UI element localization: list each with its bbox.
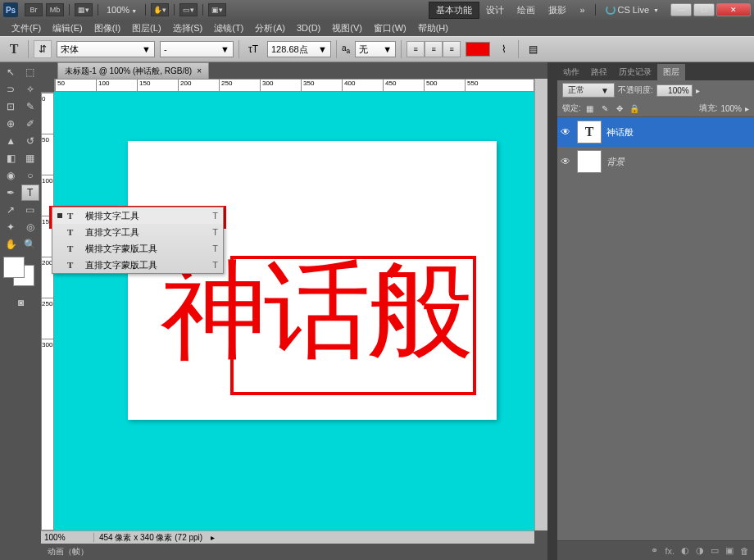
screen-mode-button[interactable]: ▣▾: [208, 3, 226, 16]
align-center-button[interactable]: ≡: [425, 41, 443, 57]
3d-tool[interactable]: ✦: [2, 219, 20, 235]
canvas[interactable]: 神话般: [54, 92, 534, 530]
fill-input[interactable]: 100%: [720, 104, 742, 113]
path-select-tool[interactable]: ↗: [2, 202, 20, 218]
layer-name[interactable]: 神话般: [606, 126, 634, 139]
quickmask-button[interactable]: ◙: [2, 290, 40, 315]
type-tool[interactable]: T: [21, 184, 40, 201]
tab-history[interactable]: 历史记录: [613, 64, 657, 80]
view-extras-button[interactable]: ▦▾: [75, 3, 93, 16]
crop-tool[interactable]: ⊡: [2, 98, 20, 115]
lock-paint-icon[interactable]: ✎: [599, 102, 611, 114]
tab-actions[interactable]: 动作: [557, 64, 585, 80]
history-brush-tool[interactable]: ↺: [21, 133, 40, 149]
mask-icon[interactable]: ◐: [681, 545, 689, 556]
link-layers-icon[interactable]: ⚭: [651, 545, 658, 556]
lasso-tool[interactable]: ⊃: [2, 81, 20, 98]
hand-button[interactable]: ✋▾: [151, 3, 169, 16]
layer-thumbnail[interactable]: T: [577, 121, 602, 143]
workspace-photography[interactable]: 摄影: [542, 2, 573, 18]
menu-window[interactable]: 窗口(W): [369, 20, 411, 36]
minimize-button[interactable]: —: [670, 3, 692, 16]
menu-file[interactable]: 文件(F): [7, 20, 46, 36]
minibridge-button[interactable]: Mb: [46, 3, 64, 16]
tab-layers[interactable]: 图层: [657, 64, 685, 80]
shape-tool[interactable]: ▭: [21, 202, 40, 218]
eyedropper-tool[interactable]: ✎: [21, 98, 40, 115]
group-icon[interactable]: ▭: [711, 545, 719, 556]
flyout-horizontal-mask[interactable]: T横排文字蒙版工具T: [52, 240, 223, 257]
menu-3d[interactable]: 3D(D): [292, 21, 325, 34]
document-tab[interactable]: 未标题-1 @ 100% (神话般, RGB/8)×: [57, 62, 209, 79]
antialias-select[interactable]: 无▼: [355, 41, 396, 57]
flyout-vertical-type[interactable]: T直排文字工具T: [52, 224, 223, 240]
status-zoom[interactable]: 100%: [41, 533, 94, 542]
color-swatches[interactable]: [2, 257, 40, 289]
text-orientation-button[interactable]: ⇵: [34, 40, 52, 58]
menu-edit[interactable]: 编辑(E): [48, 20, 88, 36]
workspace-design[interactable]: 设计: [479, 2, 511, 18]
font-family-select[interactable]: 宋体▼: [57, 41, 155, 57]
adjustment-icon[interactable]: ◑: [696, 545, 704, 556]
close-button[interactable]: ✕: [716, 3, 751, 16]
workspace-more[interactable]: »: [573, 3, 591, 16]
layer-name[interactable]: 背景: [606, 156, 625, 168]
flyout-vertical-mask[interactable]: T直排文字蒙版工具T: [52, 257, 223, 273]
visibility-icon[interactable]: 👁: [561, 126, 572, 138]
visibility-icon[interactable]: 👁: [561, 156, 572, 167]
stamp-tool[interactable]: ▲: [2, 133, 20, 149]
font-style-select[interactable]: -▼: [160, 41, 234, 57]
menu-help[interactable]: 帮助(H): [413, 20, 453, 36]
zoom-tool[interactable]: 🔍: [21, 236, 40, 253]
3d-camera-tool[interactable]: ◎: [21, 219, 40, 235]
wand-tool[interactable]: ✧: [21, 81, 40, 98]
dodge-tool[interactable]: ○: [21, 167, 40, 184]
arrange-button[interactable]: ▭▾: [179, 3, 198, 16]
fx-icon[interactable]: fx.: [665, 546, 675, 556]
cs-live-button[interactable]: CS Live▼: [606, 5, 659, 15]
vertical-scrollbar[interactable]: [534, 79, 547, 530]
font-size-select[interactable]: 128.68点▼: [267, 41, 331, 57]
menu-select[interactable]: 选择(S): [168, 20, 208, 36]
lock-all-icon[interactable]: 🔒: [629, 102, 640, 114]
character-panel-button[interactable]: ▤: [524, 40, 542, 58]
menu-analysis[interactable]: 分析(A): [250, 20, 290, 36]
lock-transparency-icon[interactable]: ▦: [584, 102, 596, 114]
hand-tool[interactable]: ✋: [2, 236, 20, 253]
new-layer-icon[interactable]: ▣: [725, 545, 734, 556]
close-tab-icon[interactable]: ×: [197, 66, 202, 75]
brush-tool[interactable]: ✐: [21, 116, 40, 132]
pen-tool[interactable]: ✒: [2, 184, 20, 201]
current-tool-icon[interactable]: T: [5, 40, 23, 58]
healing-tool[interactable]: ⊕: [2, 116, 20, 132]
workspace-essentials[interactable]: 基本功能: [429, 2, 479, 19]
opacity-input[interactable]: 100%: [656, 84, 693, 97]
blend-mode-select[interactable]: 正常▼: [562, 83, 615, 98]
foreground-color[interactable]: [3, 257, 25, 278]
panel-collapse-strip[interactable]: [547, 62, 557, 560]
marquee-tool[interactable]: ⬚: [21, 64, 40, 80]
menu-layer[interactable]: 图层(L): [127, 20, 166, 36]
tab-paths[interactable]: 路径: [585, 64, 613, 80]
align-right-button[interactable]: ≡: [443, 41, 461, 57]
bridge-button[interactable]: Br: [25, 3, 43, 16]
delete-layer-icon[interactable]: 🗑: [740, 546, 749, 556]
warp-text-button[interactable]: ⌇: [495, 40, 513, 58]
animation-panel-tab[interactable]: 动画（帧）: [41, 544, 534, 560]
blur-tool[interactable]: ◉: [2, 167, 20, 184]
eraser-tool[interactable]: ◧: [2, 150, 20, 166]
workspace-painting[interactable]: 绘画: [511, 2, 542, 18]
flyout-horizontal-type[interactable]: T横排文字工具T: [52, 207, 223, 224]
menu-filter[interactable]: 滤镜(T): [209, 20, 248, 36]
lock-position-icon[interactable]: ✥: [614, 102, 625, 114]
menu-view[interactable]: 视图(V): [327, 20, 367, 36]
text-color-swatch[interactable]: [466, 42, 490, 57]
layer-text[interactable]: 👁 T 神话般: [557, 117, 754, 147]
layer-thumbnail[interactable]: [577, 150, 602, 173]
menu-image[interactable]: 图像(I): [89, 20, 125, 36]
layer-background[interactable]: 👁 背景: [557, 147, 754, 176]
move-tool[interactable]: ↖: [2, 64, 20, 80]
gradient-tool[interactable]: ▦: [21, 150, 40, 166]
maximize-button[interactable]: ☐: [693, 3, 715, 16]
zoom-level[interactable]: 100%▼: [107, 5, 137, 15]
